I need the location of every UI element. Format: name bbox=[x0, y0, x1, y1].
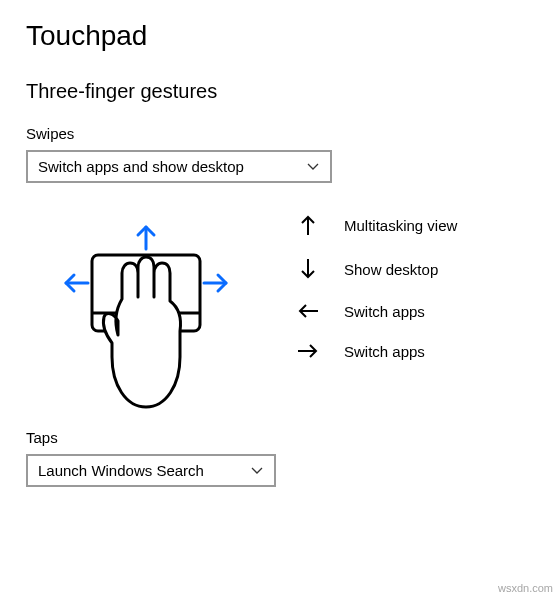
taps-dropdown-value: Launch Windows Search bbox=[38, 462, 204, 479]
legend-right: Switch apps bbox=[296, 341, 457, 361]
section-title-three-finger: Three-finger gestures bbox=[26, 80, 533, 103]
swipes-dropdown-value: Switch apps and show desktop bbox=[38, 158, 244, 175]
legend-left-text: Switch apps bbox=[344, 303, 425, 320]
legend-up: Multitasking view bbox=[296, 213, 457, 237]
chevron-down-icon bbox=[250, 464, 264, 478]
taps-dropdown[interactable]: Launch Windows Search bbox=[26, 454, 276, 487]
swipe-legend: Multitasking view Show desktop Switch ap… bbox=[296, 211, 457, 361]
gesture-visual-row: Multitasking view Show desktop Switch ap… bbox=[26, 211, 533, 417]
arrow-left-icon bbox=[296, 301, 320, 321]
arrow-up-icon bbox=[296, 213, 320, 237]
three-finger-swipe-graphic bbox=[46, 217, 246, 417]
swipes-dropdown[interactable]: Switch apps and show desktop bbox=[26, 150, 332, 183]
swipes-label: Swipes bbox=[26, 125, 533, 142]
taps-label: Taps bbox=[26, 429, 533, 446]
legend-right-text: Switch apps bbox=[344, 343, 425, 360]
arrow-right-icon bbox=[296, 341, 320, 361]
legend-up-text: Multitasking view bbox=[344, 217, 457, 234]
legend-left: Switch apps bbox=[296, 301, 457, 321]
legend-down-text: Show desktop bbox=[344, 261, 438, 278]
legend-down: Show desktop bbox=[296, 257, 457, 281]
arrow-down-icon bbox=[296, 257, 320, 281]
page-title: Touchpad bbox=[26, 20, 533, 52]
chevron-down-icon bbox=[306, 160, 320, 174]
